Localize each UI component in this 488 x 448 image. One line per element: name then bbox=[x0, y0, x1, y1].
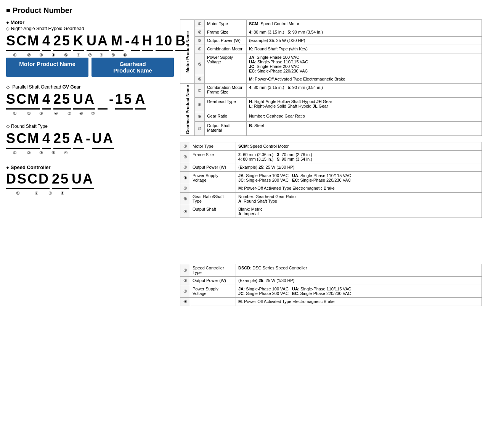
c2n2: ② bbox=[24, 111, 34, 116]
code1-ua: UA bbox=[87, 33, 109, 51]
code3-ua: UA bbox=[92, 131, 114, 149]
code3-25: 25 bbox=[53, 131, 71, 149]
c1n1: ① bbox=[6, 53, 24, 58]
code1-4-chars: 4 bbox=[42, 33, 51, 49]
table2-row3: ③ Output Power (W) (Example) 25: 25 W (1… bbox=[180, 163, 482, 172]
t1-val1: SCM: Speed Control Motor bbox=[247, 20, 482, 28]
table1-row6: ⑥ M: Power-Off Activated Type Electromag… bbox=[180, 75, 482, 84]
t2-num5: ⑤ bbox=[180, 184, 190, 193]
table1-row1: Motor Product Name ① Motor Type SCM: Spe… bbox=[180, 20, 482, 28]
code1-scm: SCM bbox=[6, 33, 40, 51]
code2-4: 4 bbox=[42, 91, 51, 110]
parallel-gearhead-label: Parallel Shaft Gearhead GV Gear bbox=[6, 84, 174, 90]
t3-num1: ① bbox=[180, 264, 190, 277]
code2-blank bbox=[98, 91, 108, 110]
t1-field5: Power Supply Voltage bbox=[205, 53, 247, 75]
t2-num1: ① bbox=[180, 142, 190, 151]
t1-field4: Combination Motor bbox=[205, 45, 247, 53]
code4-25: 25 bbox=[52, 171, 69, 189]
code4-dscd: DSCD bbox=[6, 171, 50, 189]
parallel-gearhead-section: Parallel Shaft Gearhead GV Gear SCM 4 25 bbox=[6, 84, 174, 116]
code3-4: 4 bbox=[42, 131, 51, 149]
hypoid-gearhead-section: Right-Angle Shaft Hypoid Gearhead SCM 4 … bbox=[6, 26, 174, 77]
t2-val2: 2: 60 mm (2.36 in.) 3: 70 mm (2.76 in.) … bbox=[236, 151, 482, 163]
code1-container: SCM 4 25 K U bbox=[6, 33, 174, 51]
c1n10: ⑩ bbox=[120, 53, 130, 58]
t2-val4: JA: Single-Phase 100 VAC UA: Single-Phas… bbox=[236, 172, 482, 184]
c2n3: ③ bbox=[34, 111, 48, 116]
c2n5: ⑤ bbox=[64, 111, 75, 116]
code2-15: 15 bbox=[115, 91, 133, 110]
motor-bullet bbox=[6, 19, 9, 25]
t1-field6 bbox=[205, 75, 247, 84]
code2-a: A bbox=[135, 91, 146, 110]
t1-field10: Output Shaft Material bbox=[205, 121, 247, 136]
code1-h-chars: H bbox=[142, 33, 153, 49]
right-column: Motor Product Name ① Motor Type SCM: Spe… bbox=[180, 19, 482, 312]
c1n5: ⑤ bbox=[59, 53, 73, 58]
t1-num3: ③ bbox=[195, 37, 205, 45]
code1-scm-line bbox=[6, 50, 40, 51]
code1-h: H bbox=[142, 33, 153, 51]
t2-num6: ⑥ bbox=[180, 193, 190, 205]
t2-field3: Output Power (W) bbox=[190, 163, 236, 172]
code3-container: SCM 4 25 A - bbox=[6, 131, 174, 149]
code1-10-chars: 10 bbox=[156, 33, 173, 49]
code1-ua-line bbox=[87, 50, 109, 51]
c4n3: ③ bbox=[43, 191, 57, 196]
table3-row1: ① Speed ControllerType DSCD: DSC Series … bbox=[180, 264, 482, 277]
code2-scm: SCM bbox=[6, 91, 40, 110]
c4n2: ② bbox=[30, 191, 43, 196]
table1-row9: ⑨ Gear Ratio Number: Geahead Gear Ratio bbox=[180, 112, 482, 121]
sc-bullet bbox=[6, 164, 9, 170]
c3n3: ③ bbox=[34, 150, 48, 155]
t2-num4: ④ bbox=[180, 172, 190, 184]
code1-m-chars: M bbox=[111, 33, 124, 49]
gearhead-product-name-group-label: Gearhead Product Name bbox=[180, 84, 195, 136]
t3-val4: M: Power-Off Activated Type Electromagne… bbox=[236, 298, 482, 306]
c3n2: ② bbox=[24, 150, 34, 155]
sc-section-label: Speed Controller bbox=[6, 164, 174, 170]
table1: Motor Product Name ① Motor Type SCM: Spe… bbox=[180, 19, 482, 136]
motor-section-label: Motor bbox=[6, 19, 174, 25]
code4-ua: UA bbox=[72, 171, 94, 189]
code1-25-chars: 25 bbox=[53, 33, 71, 49]
table2-row1: ① Motor Type SCM: Speed Control Motor bbox=[180, 142, 482, 151]
c1n3: ③ bbox=[34, 53, 48, 58]
code3-a: A bbox=[73, 131, 84, 149]
t3-num2: ② bbox=[180, 277, 190, 285]
table3-row2: ② Output Power (W) (Example) 25: 25 W (1… bbox=[180, 277, 482, 285]
table3: ① Speed ControllerType DSCD: DSC Series … bbox=[180, 264, 482, 306]
sc-label-text: Speed Controller bbox=[11, 164, 51, 170]
name-boxes-1: Motor Product Name Gearhead Product Name bbox=[6, 58, 174, 77]
t2-field5 bbox=[190, 184, 236, 193]
t1-val3: (Example) 25: 25 W (1/30 HP) bbox=[247, 37, 482, 45]
table1-row10: ⑩ Output Shaft Material B: Steel bbox=[180, 121, 482, 136]
code1-4: 4 bbox=[42, 33, 51, 51]
t2-field4: Power Supply Voltage bbox=[190, 172, 236, 184]
round-shaft-section: Round Shaft Type SCM 4 25 bbox=[6, 124, 174, 155]
t3-val1: DSCD: DSC Series Speed Controller bbox=[236, 264, 482, 277]
code1-dash: - bbox=[125, 33, 130, 51]
table2-row4: ④ Power Supply Voltage JA: Single-Phase … bbox=[180, 172, 482, 184]
t1-field7: Combination MotorFrame Size bbox=[205, 84, 247, 98]
hypoid-gearhead-label: Right-Angle Shaft Hypoid Gearhead bbox=[6, 26, 174, 31]
t2-val5: M: Power-Off Activated Type Electromagne… bbox=[236, 184, 482, 193]
t1-num8: ⑧ bbox=[195, 98, 205, 112]
t1-val2: 4: 80 mm (3.15 in.) 5: 90 mm (3.54 in.) bbox=[247, 28, 482, 37]
c3n6: ⑥ bbox=[48, 150, 59, 155]
t2-field2: Frame Size bbox=[190, 151, 236, 163]
t1-num1: ① bbox=[195, 20, 205, 28]
table1-row5: ⑤ Power Supply Voltage JA: Single-Phase … bbox=[180, 53, 482, 75]
t1-num6: ⑥ bbox=[195, 75, 205, 84]
code2-dash: - bbox=[109, 91, 114, 110]
code1-k-line bbox=[73, 50, 84, 51]
left-column: Motor Right-Angle Shaft Hypoid Gearhead … bbox=[6, 19, 174, 312]
code1-25: 25 bbox=[53, 33, 71, 51]
code2-nums-row: ① ② ③ ④ ⑤ ⑥ ⑦ bbox=[6, 111, 174, 116]
code2-25: 25 bbox=[53, 91, 71, 110]
code1-10-line bbox=[156, 50, 173, 51]
t2-val1: SCM: Speed Control Motor bbox=[236, 142, 482, 151]
t3-field3: Power Supply Voltage bbox=[190, 285, 236, 298]
t1-field2: Frame Size bbox=[205, 28, 247, 37]
